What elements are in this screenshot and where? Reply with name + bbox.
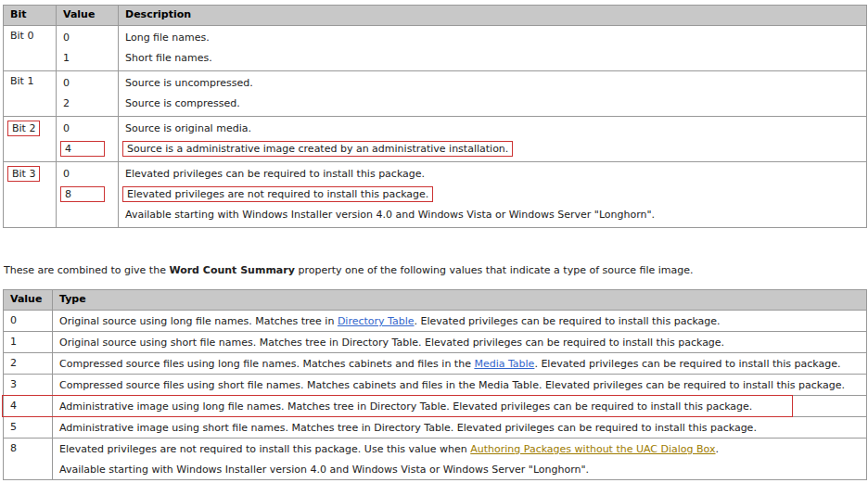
- value-line: [63, 205, 111, 225]
- directory-table-link[interactable]: Directory Table: [338, 315, 415, 327]
- value-cell: 4: [4, 396, 53, 417]
- type-text: Administrative image using short file na…: [59, 421, 860, 435]
- description-line: Source is original media.: [125, 119, 860, 139]
- red-annotation-box: 4: [60, 141, 105, 157]
- value-cell: 5: [4, 417, 53, 439]
- value-cell: 02: [57, 71, 119, 117]
- type-cell: Compressed source files using long file …: [53, 353, 867, 375]
- type-cell: Compressed source files using short file…: [53, 375, 867, 396]
- column-header-description: Description: [119, 6, 867, 26]
- type-cell: Elevated privileges are not required to …: [53, 439, 867, 480]
- value-line: 4: [63, 139, 111, 159]
- value-line: 1: [63, 48, 111, 69]
- bit-cell: Bit 2: [4, 117, 57, 162]
- type-text-segment: Available starting with Windows Installe…: [59, 464, 589, 476]
- type-cell: Original source using long file names. M…: [53, 311, 867, 332]
- type-cell: Original source using short file names. …: [53, 332, 867, 353]
- bit-cell: Bit 1: [4, 71, 57, 117]
- table-row: 5Administrative image using short file n…: [4, 417, 867, 439]
- bit-label: Bit 0: [10, 30, 33, 42]
- type-cell: Administrative image using short file na…: [53, 417, 867, 439]
- summary-paragraph: These are combined to give the Word Coun…: [4, 264, 866, 276]
- table-row: 0Original source using long file names. …: [4, 311, 867, 332]
- value-line: 2: [63, 94, 111, 114]
- value-cell: 1: [4, 332, 53, 353]
- type-text: Compressed source files using long file …: [59, 357, 860, 371]
- document-page: Bit Value Description Bit 001Long file n…: [0, 0, 868, 483]
- description-line: Elevated privileges can be required to i…: [125, 164, 860, 184]
- type-text-segment: Administrative image using short file na…: [59, 422, 757, 434]
- description-line: Short file names.: [125, 48, 860, 69]
- description-line: Available starting with Windows Installe…: [125, 205, 860, 225]
- type-text-segment: Compressed source files using long file …: [59, 358, 474, 370]
- type-text-segment: Original source using long file names. M…: [59, 315, 338, 327]
- type-text: Available starting with Windows Installe…: [59, 463, 860, 477]
- value-line: 0: [63, 28, 111, 48]
- column-header-value: Value: [4, 290, 53, 311]
- bit-group-row: Bit 001Long file names.Short file names.: [4, 26, 867, 71]
- column-header-bit: Bit: [4, 6, 57, 26]
- summary-table-header-row: Value Type: [4, 290, 867, 311]
- value-cell: 8: [4, 439, 53, 480]
- type-text-segment: Original source using short file names. …: [59, 337, 724, 349]
- red-annotation-box: Source is a administrative image created…: [122, 141, 513, 157]
- value-cell: 0: [4, 311, 53, 332]
- description-cell: Source is uncompressed.Source is compres…: [119, 71, 867, 117]
- table-row: 1Original source using short file names.…: [4, 332, 867, 353]
- bit-group-row: Bit 308 Elevated privileges can be requi…: [4, 162, 867, 228]
- description-cell: Elevated privileges can be required to i…: [119, 162, 867, 228]
- red-annotation-box: Bit 2: [7, 121, 40, 136]
- value-cell: 3: [4, 375, 53, 396]
- bit-cell: Bit 3: [4, 162, 57, 228]
- table-row: 8Elevated privileges are not required to…: [4, 439, 867, 480]
- table-row: 2Compressed source files using long file…: [4, 353, 867, 375]
- value-cell: 2: [4, 353, 53, 375]
- bit-flags-table: Bit Value Description Bit 001Long file n…: [3, 5, 867, 228]
- type-text-segment: Elevated privileges are not required to …: [59, 443, 470, 455]
- value-line: 0: [63, 73, 111, 94]
- uac-authoring-link[interactable]: Authoring Packages without the UAC Dialo…: [470, 443, 715, 455]
- type-text: Original source using long file names. M…: [59, 314, 860, 328]
- description-cell: Source is original media.Source is a adm…: [119, 117, 867, 162]
- summary-text-suffix: property one of the following values tha…: [295, 264, 694, 276]
- column-header-type: Type: [53, 290, 867, 311]
- description-line: Source is compressed.: [125, 94, 860, 114]
- bit-cell: Bit 0: [4, 26, 57, 71]
- description-line: Source is a administrative image created…: [125, 139, 860, 159]
- type-text-segment: Compressed source files using short file…: [59, 379, 845, 391]
- word-count-summary-table: Value Type 0Original source using long f…: [3, 289, 867, 480]
- type-text-segment: . Elevated privileges can be required to…: [534, 358, 840, 370]
- bit-group-row: Bit 204Source is original media.Source i…: [4, 117, 867, 162]
- type-cell: Administrative image using long file nam…: [53, 396, 867, 417]
- bit-flags-header-row: Bit Value Description: [4, 6, 867, 26]
- table-row: 4Administrative image using long file na…: [4, 396, 867, 417]
- type-text: Administrative image using long file nam…: [59, 400, 860, 413]
- bit-label: Bit 3: [12, 168, 35, 180]
- value-line: 0: [63, 119, 111, 139]
- type-text-segment: .: [716, 443, 720, 455]
- red-annotation-box: Bit 3: [7, 166, 40, 182]
- description-line: Long file names.: [125, 28, 860, 48]
- red-annotation-box: 8: [60, 186, 105, 202]
- type-text: Elevated privileges are not required to …: [59, 442, 860, 456]
- value-cell: 04: [57, 117, 119, 162]
- table-row: 3Compressed source files using short fil…: [4, 375, 867, 396]
- red-annotation-box: Elevated privileges are not required to …: [122, 186, 433, 202]
- description-cell: Long file names.Short file names.: [119, 26, 867, 71]
- value-cell: 01: [57, 26, 119, 71]
- bit-label: Bit 2: [12, 122, 35, 134]
- column-header-value: Value: [57, 6, 119, 26]
- word-count-summary-property-name: Word Count Summary: [169, 264, 295, 276]
- value-line: 8: [63, 184, 111, 205]
- bit-label: Bit 1: [10, 75, 33, 87]
- type-text: Compressed source files using short file…: [59, 378, 860, 392]
- bit-group-row: Bit 102Source is uncompressed.Source is …: [4, 71, 867, 117]
- value-line: 0: [63, 164, 111, 184]
- description-line: Source is uncompressed.: [125, 73, 860, 94]
- media-table-link[interactable]: Media Table: [474, 358, 534, 370]
- type-text-segment: . Elevated privileges can be required to…: [415, 315, 721, 327]
- description-line: Elevated privileges are not required to …: [125, 184, 860, 205]
- type-text-segment: Administrative image using long file nam…: [59, 400, 752, 413]
- type-text: Original source using short file names. …: [59, 336, 860, 350]
- value-cell: 08: [57, 162, 119, 228]
